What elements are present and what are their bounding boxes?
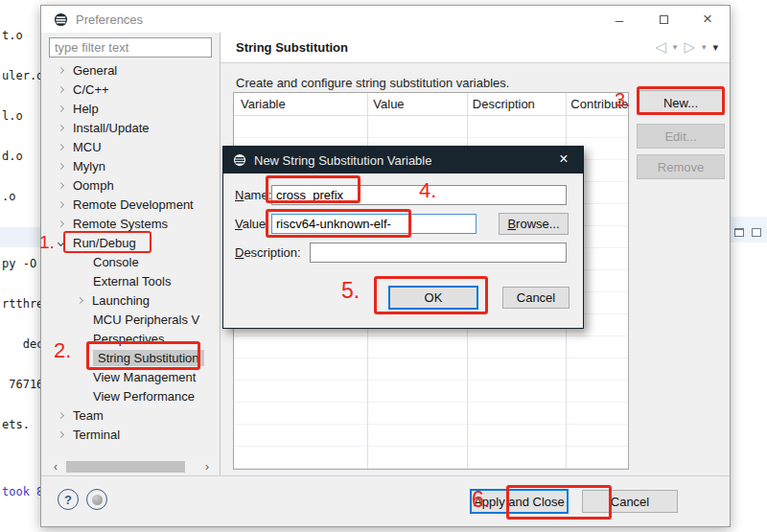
chevron-right-icon[interactable] — [58, 430, 64, 437]
background-pane-icon — [752, 228, 761, 237]
forward-icon[interactable]: ▷ — [684, 38, 695, 56]
sidebar-item-view-performance[interactable]: View Performance — [49, 386, 216, 405]
chevron-right-icon[interactable] — [77, 296, 83, 303]
scrollbar-thumb[interactable] — [66, 461, 185, 473]
sidebar-item-help[interactable]: Help — [49, 99, 216, 118]
sidebar-item-view-management[interactable]: View Management — [49, 367, 216, 386]
step-5-highlight-ok-button — [374, 276, 488, 314]
sidebar-item-c-cpp[interactable]: C/C++ — [49, 80, 216, 99]
sidebar-item-external-tools[interactable]: External Tools — [49, 271, 216, 290]
chevron-right-icon[interactable] — [58, 124, 64, 130]
chevron-right-icon[interactable] — [58, 162, 64, 169]
step-2-highlight-string-substitution — [86, 341, 200, 370]
chevron-right-icon[interactable] — [58, 143, 64, 150]
background-console-text: t.o uler.o l.o d.o .o py -O b rtthrea de… — [2, 2, 40, 525]
step-1-label: 1. — [39, 232, 55, 253]
dialog-footer: ? Apply and Close Cancel — [41, 475, 730, 526]
description-field[interactable] — [310, 243, 567, 263]
dialog-cancel-button[interactable]: Cancel — [502, 287, 569, 309]
screenshot-root: t.o uler.o l.o d.o .o py -O b rtthrea de… — [0, 0, 767, 532]
step-5-label: 5. — [341, 278, 360, 304]
minimize-button[interactable]: – — [597, 6, 641, 33]
back-icon[interactable]: ◁ — [655, 38, 666, 56]
minimize-icon: – — [616, 12, 623, 28]
page-header: String Substitution ◁ ▾ ▷ ▾ ▾ — [221, 33, 730, 63]
sidebar-item-mcu-peripherals[interactable]: MCU Peripherals V — [49, 310, 216, 329]
step-6-label: 6. — [472, 487, 490, 513]
chevron-right-icon[interactable] — [58, 200, 64, 207]
dialog-title: New String Substitution Variable — [254, 153, 431, 168]
step-2-label: 2. — [54, 338, 71, 363]
background-editor-highlight — [0, 227, 40, 247]
remove-button[interactable]: Remove — [637, 154, 725, 179]
tree-horizontal-scrollbar[interactable]: ‹ › — [49, 459, 214, 474]
sidebar-item-oomph[interactable]: Oomph — [49, 175, 216, 195]
step-3-label: 3. — [615, 89, 631, 111]
maximize-button[interactable] — [641, 6, 686, 33]
help-button[interactable]: ? — [58, 489, 79, 510]
close-icon: × — [703, 10, 712, 29]
view-menu-icon[interactable]: ▾ — [712, 41, 718, 54]
help-icon: ? — [64, 493, 72, 507]
step-4-highlight-value-field — [266, 209, 411, 238]
back-dropdown-icon[interactable]: ▾ — [673, 42, 678, 52]
description-label: Description: — [235, 245, 301, 260]
page-title: String Substitution — [236, 40, 348, 55]
sidebar-item-install-update[interactable]: Install/Update — [49, 118, 216, 137]
preferences-sidebar: General C/C++ Help Install/Update MCU My… — [41, 33, 220, 475]
record-icon — [92, 495, 103, 505]
chevron-right-icon[interactable] — [58, 66, 64, 73]
scroll-left-icon[interactable]: ‹ — [49, 460, 62, 474]
preference-recorder-button[interactable] — [86, 489, 107, 510]
step-4-label: 4. — [419, 178, 436, 203]
sidebar-item-remote-systems[interactable]: Remote Systems — [49, 214, 216, 233]
chevron-right-icon[interactable] — [58, 220, 64, 226]
forward-dropdown-icon[interactable]: ▾ — [702, 42, 707, 52]
chevron-right-icon[interactable] — [58, 104, 64, 111]
background-pane-icon — [734, 228, 744, 237]
sidebar-item-mcu[interactable]: MCU — [49, 137, 216, 156]
step-6-highlight-apply-button — [506, 485, 612, 520]
title-bar[interactable]: Preferences – × — [41, 6, 730, 33]
page-description: Create and configure string substitution… — [236, 76, 509, 90]
column-header-description[interactable]: Description — [466, 93, 565, 115]
step-3-highlight-new-button — [637, 86, 725, 115]
browse-button[interactable]: Browse... — [499, 213, 569, 235]
column-header-value[interactable]: Value — [366, 93, 466, 115]
sidebar-item-mylyn[interactable]: Mylyn — [49, 156, 216, 175]
edit-button[interactable]: Edit... — [637, 124, 725, 149]
dialog-close-icon[interactable]: × — [554, 150, 573, 168]
value-label: Value: — [235, 217, 269, 231]
sidebar-item-terminal[interactable]: Terminal — [49, 425, 216, 444]
column-header-variable[interactable]: Variable — [234, 93, 366, 115]
filter-input[interactable] — [49, 37, 212, 58]
close-button[interactable]: × — [686, 6, 730, 33]
sidebar-item-launching[interactable]: Launching — [49, 290, 216, 310]
sidebar-item-console[interactable]: Console — [49, 252, 216, 271]
dialog-title-bar[interactable]: New String Substitution Variable × — [223, 147, 583, 173]
maximize-icon — [660, 15, 668, 24]
window-title: Preferences — [76, 12, 143, 27]
chevron-right-icon[interactable] — [58, 85, 64, 92]
scroll-right-icon[interactable]: › — [200, 460, 214, 474]
step-4-highlight-name-field — [266, 175, 360, 203]
sidebar-item-team[interactable]: Team — [49, 405, 216, 425]
chevron-right-icon[interactable] — [58, 181, 64, 188]
table-header: Variable Value Description Contribute... — [234, 93, 628, 116]
chevron-right-icon[interactable] — [58, 411, 64, 418]
sidebar-item-general[interactable]: General — [49, 60, 216, 80]
sidebar-item-remote-development[interactable]: Remote Development — [49, 195, 216, 214]
step-1-highlight-run-debug — [63, 231, 151, 253]
eclipse-icon — [233, 153, 246, 167]
eclipse-icon — [54, 12, 68, 27]
